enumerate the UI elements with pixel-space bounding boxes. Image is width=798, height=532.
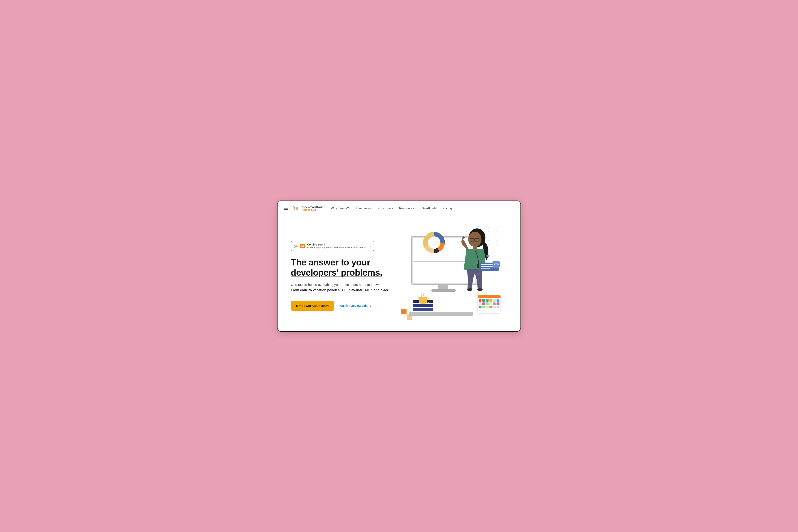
svg-rect-3 (296, 207, 298, 208)
hero-subtext-bold: From code to vacation policies. All up-t… (291, 288, 390, 292)
overflow-ai-badge-icon (294, 244, 298, 248)
chevron-down-icon: ▾ (349, 207, 350, 210)
logo-stack: stack (302, 205, 310, 209)
overflow-ai-badge[interactable]: AI Coming soon! We're integrating GenAI … (291, 241, 374, 251)
deco-square-orange (401, 309, 407, 314)
badge-coming-soon: Coming soon! (307, 243, 366, 246)
hero-heading-line2: developers' problems. (291, 268, 383, 278)
svg-point-46 (497, 244, 498, 245)
cal-cell (489, 302, 492, 305)
hero-right-illustration: // We'll do this inline in the SVG (399, 225, 507, 327)
watch-overview-button[interactable]: Watch overview video › (339, 304, 371, 307)
chevron-down-icon: ▾ (372, 207, 373, 210)
hero-left-content: AI Coming soon! We're integrating GenAI … (291, 241, 399, 311)
cal-cell (486, 299, 488, 302)
svg-point-38 (497, 240, 498, 241)
illustration-container: </> (407, 225, 500, 327)
svg-point-61 (467, 288, 472, 291)
badge-arrow-icon: › (370, 244, 371, 248)
svg-rect-1 (296, 209, 298, 210)
logo-text: stackoverflow FOR TEAMS (302, 205, 322, 212)
nav-links: Why Teams? ▾ Use cases ▾ Customers Resou… (329, 205, 514, 212)
donut-chart (420, 228, 449, 257)
cal-cell (497, 302, 499, 305)
browser-frame: stackoverflow FOR TEAMS Why Teams? ▾ Use… (277, 201, 521, 332)
svg-rect-4 (296, 247, 298, 247)
calendar (478, 295, 501, 314)
nav-item-customers[interactable]: Customers (376, 205, 396, 212)
hamburger-button[interactable] (284, 207, 288, 210)
cal-cell (482, 302, 485, 305)
cal-cell (497, 299, 499, 302)
nav-link-pricing[interactable]: Pricing (440, 205, 454, 212)
cal-cell (479, 306, 481, 308)
nav-link-use-cases[interactable]: Use cases ▾ (354, 205, 375, 212)
svg-point-30 (497, 235, 498, 236)
book-3 (413, 308, 433, 311)
navbar: stackoverflow FOR TEAMS Why Teams? ▾ Use… (278, 201, 520, 216)
hero-heading: The answer to your developers' problems. (291, 257, 399, 278)
logo-for-teams: FOR TEAMS (302, 209, 322, 211)
svg-point-62 (477, 288, 483, 291)
watch-overview-label: Watch overview video (339, 304, 370, 307)
chat-line-3 (481, 268, 490, 269)
svg-point-53 (428, 236, 441, 249)
nav-item-overflow-ai[interactable]: OverflowAI (419, 205, 439, 212)
empower-team-button[interactable]: Empower your team (291, 301, 334, 311)
chat-bubble-tail (477, 273, 481, 276)
cal-cell (482, 306, 485, 308)
hero-heading-line1: The answer to your (291, 258, 370, 267)
chevron-down-icon: ▾ (414, 207, 415, 210)
nav-item-resources[interactable]: Resources ▾ (397, 205, 418, 212)
cal-cell (486, 302, 488, 305)
cal-cell (493, 302, 496, 305)
cal-cell (482, 299, 485, 302)
svg-rect-6 (296, 246, 297, 246)
calendar-header (478, 295, 501, 298)
badge-text-content: Coming soon! We're integrating GenAI int… (307, 243, 366, 249)
cal-cell (493, 306, 496, 308)
cal-cell (479, 299, 481, 302)
svg-point-63 (486, 254, 489, 257)
hero-section: AI Coming soon! We're integrating GenAI … (278, 216, 520, 331)
so-logo-icon (292, 204, 300, 212)
svg-point-22 (497, 231, 498, 232)
arrow-icon: › (370, 304, 371, 307)
svg-point-14 (497, 227, 498, 228)
nav-link-customers[interactable]: Customers (376, 205, 396, 212)
badge-logo-area: AI (294, 244, 305, 248)
cal-cell (497, 306, 499, 308)
cal-cell (493, 299, 496, 302)
laptop-base (409, 312, 473, 316)
nav-item-pricing[interactable]: Pricing (440, 205, 454, 212)
cta-row: Empower your team Watch overview video › (291, 301, 399, 311)
nav-link-overflow-ai[interactable]: OverflowAI (419, 205, 439, 212)
cal-cell (479, 302, 481, 305)
svg-rect-5 (296, 246, 298, 247)
nav-item-use-cases[interactable]: Use cases ▾ (354, 205, 375, 212)
cal-cell (489, 306, 492, 308)
nav-link-why-teams[interactable]: Why Teams? ▾ (329, 205, 353, 212)
cal-cell (489, 299, 492, 302)
calendar-grid (478, 298, 501, 309)
hero-subtext: One tool to house everything your develo… (291, 282, 399, 293)
logo-overflow: overflow (310, 205, 322, 209)
nav-item-why-teams[interactable]: Why Teams? ▾ (329, 205, 353, 212)
coffee-cup (416, 292, 429, 305)
badge-ai-label: AI (300, 244, 305, 248)
logo[interactable]: stackoverflow FOR TEAMS (292, 204, 322, 212)
badge-subtitle: We're integrating GenAI into Stack Overf… (307, 246, 366, 249)
nav-link-resources[interactable]: Resources ▾ (397, 205, 418, 212)
cal-cell (486, 306, 488, 308)
code-bracket-tag: </> (493, 261, 500, 268)
hero-subtext-normal: One tool to house everything your develo… (291, 283, 379, 286)
svg-rect-2 (296, 208, 298, 209)
